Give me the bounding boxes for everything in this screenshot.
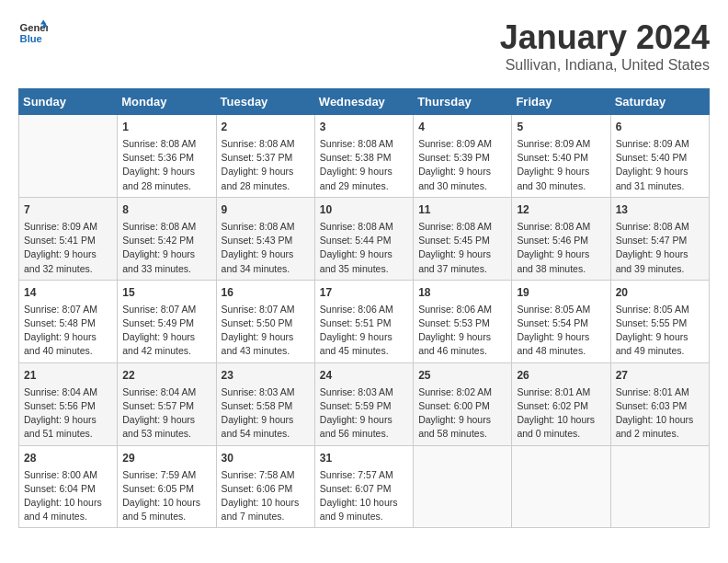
day-number: 25 — [418, 367, 506, 384]
calendar-cell: 3Sunrise: 8:08 AMSunset: 5:38 PMDaylight… — [314, 115, 413, 198]
calendar-cell: 14Sunrise: 8:07 AMSunset: 5:48 PMDayligh… — [19, 280, 118, 362]
column-header-thursday: Thursday — [414, 89, 512, 115]
day-info: Sunrise: 8:06 AMSunset: 5:53 PMDaylight:… — [418, 303, 506, 359]
page-header: General Blue January 2024 Sullivan, Indi… — [18, 18, 710, 74]
day-info: Sunrise: 8:08 AMSunset: 5:44 PMDaylight:… — [320, 220, 408, 276]
day-info: Sunrise: 8:08 AMSunset: 5:37 PMDaylight:… — [222, 137, 310, 193]
calendar-cell: 11Sunrise: 8:08 AMSunset: 5:45 PMDayligh… — [414, 197, 512, 280]
week-row-2: 7Sunrise: 8:09 AMSunset: 5:41 PMDaylight… — [19, 197, 710, 280]
column-header-monday: Monday — [118, 89, 216, 115]
svg-text:Blue: Blue — [20, 33, 42, 44]
day-info: Sunrise: 8:04 AMSunset: 5:57 PMDaylight:… — [122, 385, 210, 442]
calendar-cell: 28Sunrise: 8:00 AMSunset: 6:04 PMDayligh… — [19, 445, 118, 528]
calendar-subtitle: Sullivan, Indiana, United States — [500, 57, 710, 74]
calendar-cell: 12Sunrise: 8:08 AMSunset: 5:46 PMDayligh… — [512, 197, 610, 280]
calendar-cell: 22Sunrise: 8:04 AMSunset: 5:57 PMDayligh… — [118, 362, 216, 445]
day-info: Sunrise: 8:03 AMSunset: 5:59 PMDaylight:… — [320, 385, 408, 442]
day-number: 22 — [122, 367, 210, 384]
calendar-cell: 18Sunrise: 8:06 AMSunset: 5:53 PMDayligh… — [414, 280, 512, 362]
day-info: Sunrise: 8:08 AMSunset: 5:42 PMDaylight:… — [122, 220, 210, 276]
day-number: 13 — [616, 201, 704, 218]
day-info: Sunrise: 8:04 AMSunset: 5:56 PMDaylight:… — [24, 385, 112, 442]
week-row-4: 21Sunrise: 8:04 AMSunset: 5:56 PMDayligh… — [19, 362, 710, 445]
day-info: Sunrise: 8:09 AMSunset: 5:41 PMDaylight:… — [24, 220, 112, 276]
day-number: 2 — [222, 119, 310, 135]
day-info: Sunrise: 8:08 AMSunset: 5:47 PMDaylight:… — [616, 220, 704, 276]
day-info: Sunrise: 8:09 AMSunset: 5:39 PMDaylight:… — [418, 137, 506, 193]
day-info: Sunrise: 8:07 AMSunset: 5:50 PMDaylight:… — [222, 303, 310, 359]
day-number: 10 — [320, 201, 408, 218]
day-info: Sunrise: 8:02 AMSunset: 6:00 PMDaylight:… — [418, 385, 506, 442]
calendar-cell: 13Sunrise: 8:08 AMSunset: 5:47 PMDayligh… — [610, 197, 709, 280]
day-number: 11 — [418, 201, 506, 218]
day-number: 19 — [517, 284, 605, 301]
column-header-wednesday: Wednesday — [314, 89, 413, 115]
calendar-cell: 5Sunrise: 8:09 AMSunset: 5:40 PMDaylight… — [512, 115, 610, 198]
day-number: 4 — [418, 119, 506, 135]
day-info: Sunrise: 8:08 AMSunset: 5:43 PMDaylight:… — [222, 220, 310, 276]
day-number: 12 — [517, 201, 605, 218]
day-number: 15 — [122, 284, 210, 301]
calendar-cell — [19, 115, 118, 198]
day-info: Sunrise: 8:06 AMSunset: 5:51 PMDaylight:… — [320, 303, 408, 359]
calendar-cell: 17Sunrise: 8:06 AMSunset: 5:51 PMDayligh… — [314, 280, 413, 362]
day-info: Sunrise: 8:08 AMSunset: 5:45 PMDaylight:… — [418, 220, 506, 276]
day-number: 24 — [320, 367, 408, 384]
day-number: 17 — [320, 284, 408, 301]
day-number: 27 — [616, 367, 704, 384]
calendar-cell: 29Sunrise: 7:59 AMSunset: 6:05 PMDayligh… — [118, 445, 216, 528]
day-number: 29 — [122, 450, 210, 466]
day-info: Sunrise: 8:09 AMSunset: 5:40 PMDaylight:… — [616, 137, 704, 193]
day-number: 28 — [24, 450, 112, 466]
calendar-cell: 4Sunrise: 8:09 AMSunset: 5:39 PMDaylight… — [414, 115, 512, 198]
calendar-cell: 26Sunrise: 8:01 AMSunset: 6:02 PMDayligh… — [512, 362, 610, 445]
calendar-cell: 2Sunrise: 8:08 AMSunset: 5:37 PMDaylight… — [216, 115, 314, 198]
calendar-table: SundayMondayTuesdayWednesdayThursdayFrid… — [18, 88, 710, 528]
calendar-cell: 9Sunrise: 8:08 AMSunset: 5:43 PMDaylight… — [216, 197, 314, 280]
day-number: 26 — [517, 367, 605, 384]
day-info: Sunrise: 8:03 AMSunset: 5:58 PMDaylight:… — [222, 385, 310, 442]
column-header-sunday: Sunday — [19, 89, 118, 115]
day-number: 30 — [222, 450, 310, 466]
calendar-cell: 7Sunrise: 8:09 AMSunset: 5:41 PMDaylight… — [19, 197, 118, 280]
day-info: Sunrise: 8:08 AMSunset: 5:36 PMDaylight:… — [122, 137, 210, 193]
day-number: 21 — [24, 367, 112, 384]
calendar-cell: 23Sunrise: 8:03 AMSunset: 5:58 PMDayligh… — [216, 362, 314, 445]
day-info: Sunrise: 8:01 AMSunset: 6:02 PMDaylight:… — [517, 385, 605, 442]
day-info: Sunrise: 8:00 AMSunset: 6:04 PMDaylight:… — [24, 468, 112, 524]
day-number: 8 — [122, 201, 210, 218]
day-info: Sunrise: 8:08 AMSunset: 5:38 PMDaylight:… — [320, 137, 408, 193]
week-row-5: 28Sunrise: 8:00 AMSunset: 6:04 PMDayligh… — [19, 445, 710, 528]
logo-icon: General Blue — [18, 18, 48, 48]
calendar-cell — [610, 445, 709, 528]
day-number: 5 — [517, 119, 605, 135]
day-info: Sunrise: 8:07 AMSunset: 5:49 PMDaylight:… — [122, 303, 210, 359]
calendar-cell: 24Sunrise: 8:03 AMSunset: 5:59 PMDayligh… — [314, 362, 413, 445]
day-info: Sunrise: 7:59 AMSunset: 6:05 PMDaylight:… — [122, 468, 210, 524]
calendar-cell: 1Sunrise: 8:08 AMSunset: 5:36 PMDaylight… — [118, 115, 216, 198]
calendar-cell: 30Sunrise: 7:58 AMSunset: 6:06 PMDayligh… — [216, 445, 314, 528]
day-info: Sunrise: 8:09 AMSunset: 5:40 PMDaylight:… — [517, 137, 605, 193]
calendar-cell: 16Sunrise: 8:07 AMSunset: 5:50 PMDayligh… — [216, 280, 314, 362]
column-header-saturday: Saturday — [610, 89, 709, 115]
calendar-cell: 31Sunrise: 7:57 AMSunset: 6:07 PMDayligh… — [314, 445, 413, 528]
calendar-cell — [414, 445, 512, 528]
day-number: 23 — [222, 367, 310, 384]
column-header-friday: Friday — [512, 89, 610, 115]
calendar-cell — [512, 445, 610, 528]
calendar-cell: 10Sunrise: 8:08 AMSunset: 5:44 PMDayligh… — [314, 197, 413, 280]
day-info: Sunrise: 8:08 AMSunset: 5:46 PMDaylight:… — [517, 220, 605, 276]
title-block: January 2024 Sullivan, Indiana, United S… — [500, 18, 710, 74]
week-row-1: 1Sunrise: 8:08 AMSunset: 5:36 PMDaylight… — [19, 115, 710, 198]
day-number: 7 — [24, 201, 112, 218]
day-number: 1 — [122, 119, 210, 135]
day-info: Sunrise: 8:05 AMSunset: 5:55 PMDaylight:… — [616, 303, 704, 359]
day-number: 6 — [616, 119, 704, 135]
day-number: 14 — [24, 284, 112, 301]
week-row-3: 14Sunrise: 8:07 AMSunset: 5:48 PMDayligh… — [19, 280, 710, 362]
day-number: 31 — [320, 450, 408, 466]
day-info: Sunrise: 7:57 AMSunset: 6:07 PMDaylight:… — [320, 468, 408, 524]
column-header-tuesday: Tuesday — [216, 89, 314, 115]
calendar-cell: 21Sunrise: 8:04 AMSunset: 5:56 PMDayligh… — [19, 362, 118, 445]
day-info: Sunrise: 8:05 AMSunset: 5:54 PMDaylight:… — [517, 303, 605, 359]
